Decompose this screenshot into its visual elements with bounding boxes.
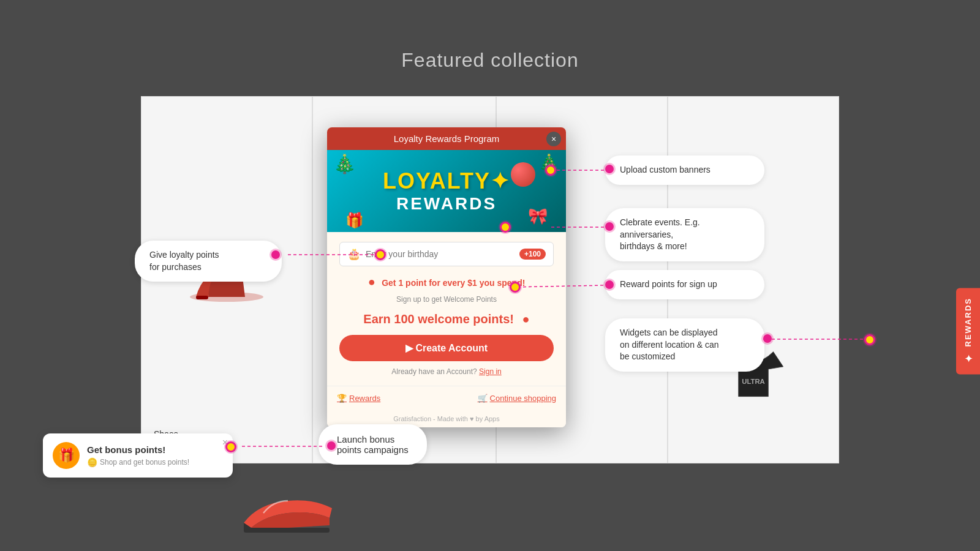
signup-text: Sign up to get Welcome Points [339,295,554,304]
connector-dot-loyalty [271,250,280,259]
earn-icon: ● [368,275,375,288]
page-title: Featured collection [401,49,578,72]
create-account-button[interactable]: ▶ Create Account [339,335,554,361]
bonus-description: 🪙 Shop and get bonus points! [87,457,189,467]
banner-rewards-text: REWARDS [339,194,554,214]
connector-dot-reward-signup [605,280,614,289]
modal-title: Loyalty Rewards Program [394,133,500,144]
connector-dot-upload [605,165,614,173]
connector-dot-earn [375,249,386,260]
annotation-reward-signup: Reward points for sign up [605,270,764,299]
bonus-icon: 🎁 [53,442,80,469]
bonus-title: Get bonus points! [87,444,189,455]
loyalty-modal: Loyalty Rewards Program × 🎄 🎄 🎁 🎀 LOYALT… [327,127,566,427]
birthday-input[interactable] [366,249,519,259]
rewards-side-button[interactable]: ✦ REWARDS [956,288,980,374]
earn-text: Get 1 point for every $1 you spend! [382,278,525,288]
connector-dot-bonus-callout [327,441,336,450]
svg-text:ULTRA: ULTRA [742,378,765,385]
banner-loyalty-text: LOYALTY✦ [339,168,554,194]
welcome-points-text: Earn 100 welcome points! ● [339,312,554,326]
callout-give-loyalty: Give loyalty points for purchases [135,241,282,282]
sign-in-link[interactable]: Sign in [479,367,502,376]
sign-in-text: Already have an Account? Sign in [339,367,554,376]
bonus-text-area: Get bonus points! 🪙 Shop and get bonus p… [87,444,189,467]
birthday-icon: 🎂 [347,247,361,261]
connector-dot-celebrate [605,222,614,231]
modal-close-button[interactable]: × [546,132,561,146]
annotation-celebrate: Clebrate events. E.g. anniversaries, bir… [605,208,764,261]
modal-body: 🎂 +100 ● Get 1 point for every $1 you sp… [327,232,566,386]
svg-rect-7 [196,296,208,299]
annotation-widgets: Widgets can be displayed on different lo… [605,318,764,372]
rewards-footer-link[interactable]: 🏆 Rewards [337,394,380,403]
sneaker-image [239,484,337,545]
modal-header: Loyalty Rewards Program × [327,127,566,150]
connector-dot-bonus-widget [225,441,236,452]
modal-banner: 🎄 🎄 🎁 🎀 LOYALTY✦ REWARDS [327,150,566,232]
earn-section: ● Get 1 point for every $1 you spend! [339,275,554,289]
birthday-field[interactable]: 🎂 +100 [339,242,554,266]
points-badge: +100 [519,249,546,260]
svg-rect-11 [244,528,330,533]
continue-shopping-link[interactable]: 🛒 Continue shopping [478,394,556,403]
connector-dot-banners [545,165,556,176]
connector-dot-widgets [763,334,772,343]
connector-dot-birthday [500,222,511,233]
connector-dot-welcome [510,282,521,293]
modal-footer: 🏆 Rewards 🛒 Continue shopping [327,386,566,410]
connector-dot-widget [864,334,875,345]
bonus-widget[interactable]: × 🎁 Get bonus points! 🪙 Shop and get bon… [43,433,233,478]
annotation-upload-banners: Upload custom banners [605,156,764,185]
